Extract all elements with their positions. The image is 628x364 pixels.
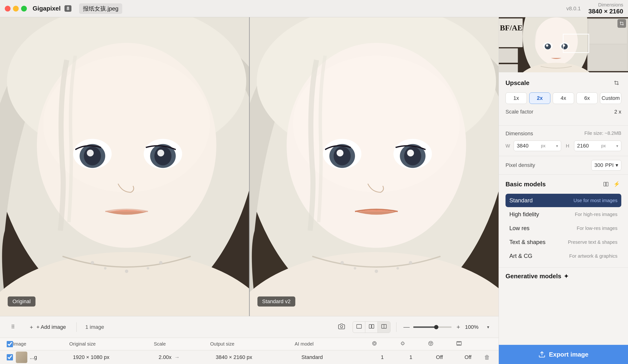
row-delete-button[interactable]: 🗑	[482, 353, 492, 362]
split-view-icon	[381, 323, 387, 330]
toolbar-separator-2	[396, 322, 396, 332]
upscale-1x-btn[interactable]: 1x	[506, 92, 527, 104]
svg-point-75	[374, 342, 375, 344]
bottom-toolbar: ⠿ ＋ + Add image 1 image	[0, 316, 499, 338]
generative-models-title-text: Generative models	[506, 273, 561, 280]
trash-icon: 🗑	[484, 354, 490, 361]
model-art-cg-name: Art & CG	[509, 253, 569, 259]
export-button[interactable]: Export image	[499, 345, 628, 364]
col-ai-model-header: AI model	[295, 341, 360, 347]
row-scale-cell: 2.00x →	[159, 354, 216, 361]
maximize-button[interactable]	[21, 6, 27, 11]
row-output-size: 3840 × 2160 px	[216, 354, 301, 361]
svg-point-19	[43, 56, 210, 192]
svg-point-26	[154, 147, 171, 165]
thumbnail-inner: BF/AE	[499, 17, 628, 72]
model-low-res-desc: For low-res images	[577, 226, 618, 231]
width-label: W	[506, 143, 511, 149]
lightning-icon: ⚡	[613, 181, 620, 187]
select-all-checkbox[interactable]	[7, 341, 13, 347]
compare-models-btn[interactable]	[601, 179, 611, 189]
svg-point-56	[333, 147, 350, 165]
row-scale-value: 2.00x	[159, 354, 172, 360]
upscale-title: Upscale	[506, 78, 621, 88]
zoom-in-icon: +	[456, 323, 460, 331]
row-ai-model: Standard	[301, 354, 368, 361]
model-standard[interactable]: Standard Use for most images	[506, 194, 621, 207]
height-label: H	[566, 143, 572, 149]
film-grain-icon	[456, 341, 462, 346]
side-by-side-view-btn[interactable]	[365, 322, 378, 333]
svg-rect-69	[357, 324, 361, 328]
model-low-res[interactable]: Low res For low-res images	[506, 222, 621, 235]
add-image-button[interactable]: ＋ + Add image	[24, 321, 71, 333]
height-input[interactable]: 2160 px ▾	[574, 141, 622, 151]
single-view-btn[interactable]	[353, 322, 365, 333]
main-content: BF/AE WLLK ABL 0:01.01 0:01.01	[0, 17, 628, 364]
zoom-in-btn[interactable]: +	[454, 323, 463, 331]
zoom-dropdown-btn[interactable]: ▾	[484, 323, 492, 331]
svg-rect-82	[459, 342, 459, 342]
camera-icon	[338, 323, 345, 331]
height-value: 2160	[577, 143, 589, 149]
svg-point-68	[340, 325, 342, 328]
upscale-custom-btn[interactable]: Custom	[600, 92, 621, 104]
camera-btn[interactable]	[335, 321, 348, 333]
split-view-btn[interactable]	[378, 322, 390, 333]
model-text-shapes[interactable]: Text & shapes Preserve text & shapes	[506, 235, 621, 249]
col-output-size-header: Output size	[210, 341, 295, 347]
svg-point-23	[87, 150, 94, 157]
close-button[interactable]	[5, 6, 10, 11]
row-checkbox[interactable]	[7, 354, 13, 361]
drag-handle-btn[interactable]: ⠿	[7, 321, 19, 333]
zoom-controls: — + 100% ▾	[402, 323, 492, 331]
col-orig-size-header: Original size	[69, 341, 154, 347]
upscale-title-buttons	[612, 78, 621, 88]
right-panel: BF/AE	[499, 17, 628, 364]
width-input[interactable]: 3840 px ▾	[514, 141, 561, 151]
dimensions-label: Dimensions	[506, 130, 533, 137]
upscale-6x-btn[interactable]: 6x	[576, 92, 598, 104]
scale-factor-value: 2 x	[614, 109, 621, 115]
original-svg: BF/AE WLLK ABL 0:01.01 0:01.01	[0, 17, 249, 316]
row-noise-val: 1	[368, 354, 396, 361]
height-dropdown-icon: ▾	[616, 144, 618, 148]
svg-point-57	[336, 150, 343, 157]
svg-point-31	[125, 270, 128, 273]
svg-rect-103	[589, 45, 627, 70]
dimensions-title: Dimensions	[588, 2, 623, 8]
row-image-cell: ...g	[16, 352, 73, 363]
active-tab[interactable]: 报纸女孩.jpeg	[79, 3, 122, 14]
view-toggle-group	[353, 321, 391, 333]
enhanced-svg: BF/AE WLLK ABL 0:01.01 0:01.01	[250, 17, 499, 316]
models-title-buttons: ⚡	[601, 179, 621, 189]
model-high-fidelity-desc: For high-res images	[575, 212, 618, 217]
zoom-slider[interactable]	[413, 326, 452, 328]
image-panel-enhanced: BF/AE WLLK ABL 0:01.01 0:01.01	[250, 17, 499, 316]
zoom-out-btn[interactable]: —	[402, 323, 411, 331]
upscale-options: 1x 2x 4x 6x Custom	[506, 92, 621, 104]
model-high-fidelity-name: High fidelity	[509, 211, 575, 218]
pixel-density-input[interactable]: 300 PPI ▾	[591, 160, 621, 171]
upscale-title-text: Upscale	[506, 79, 530, 87]
export-icon	[538, 351, 546, 358]
panel-spacer	[499, 285, 628, 345]
model-high-fidelity[interactable]: High fidelity For high-res images	[506, 208, 621, 221]
file-table: Image Original size Scale Output size AI…	[0, 338, 499, 364]
lightning-btn[interactable]: ⚡	[612, 179, 621, 189]
width-dropdown-icon: ▾	[556, 144, 558, 148]
model-art-cg[interactable]: Art & CG For artwork & graphics	[506, 249, 621, 263]
crop-button[interactable]	[618, 19, 626, 28]
dimensions-header: Dimensions File size: ~8.2MB	[506, 130, 621, 137]
upscale-2x-btn[interactable]: 2x	[529, 92, 550, 104]
face-recovery-icon	[428, 341, 434, 346]
col-color-header	[389, 341, 417, 348]
svg-point-27	[157, 150, 164, 157]
add-image-label: + Add image	[36, 324, 66, 330]
upscale-4x-btn[interactable]: 4x	[553, 92, 574, 104]
pixel-density-label: Pixel density	[506, 162, 535, 168]
crop-icon-btn[interactable]	[612, 78, 621, 88]
minimize-button[interactable]	[13, 6, 19, 11]
basic-models-title-text: Basic models	[506, 181, 546, 188]
row-filename: ...g	[30, 354, 37, 361]
